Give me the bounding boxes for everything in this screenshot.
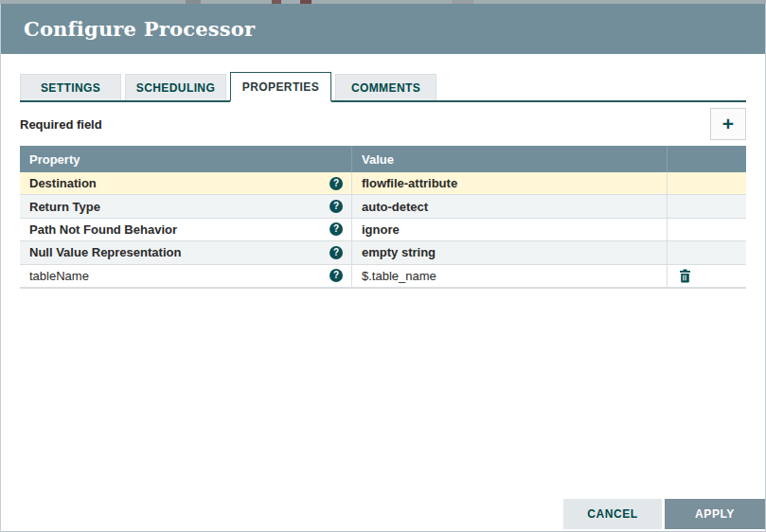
property-name: Null Value Representation [29, 245, 181, 259]
action-cell [667, 195, 746, 217]
property-value: $.table_name [362, 269, 436, 283]
properties-table-body: Destination ? flowfile-attribute Return … [20, 172, 746, 288]
column-header-actions [667, 146, 746, 172]
plus-icon: + [722, 113, 734, 134]
action-cell [667, 219, 746, 240]
property-value: flowfile-attribute [362, 176, 457, 190]
property-value: ignore [362, 222, 400, 237]
properties-table: Property Value Destination ? flowfile-at… [20, 146, 746, 289]
dialog-footer: CANCEL APPLY [563, 499, 765, 529]
required-field-legend: Required field [20, 117, 102, 132]
table-row[interactable]: tableName ? $.table_name [20, 265, 746, 288]
property-name: Return Type [29, 200, 100, 214]
help-icon[interactable]: ? [330, 222, 343, 236]
value-cell[interactable]: flowfile-attribute [351, 172, 667, 194]
property-value: auto-detect [362, 200, 428, 214]
apply-button[interactable]: APPLY [665, 499, 765, 529]
delete-property-button[interactable] [679, 269, 691, 283]
column-header-property: Property [20, 146, 351, 172]
help-icon[interactable]: ? [330, 269, 343, 282]
action-cell [667, 265, 746, 287]
action-cell [667, 241, 746, 263]
property-name: tableName [29, 269, 89, 283]
value-cell[interactable]: auto-detect [351, 195, 667, 217]
table-row[interactable]: Path Not Found Behavior ? ignore [20, 219, 746, 241]
value-cell[interactable]: ignore [351, 219, 667, 240]
tab-properties[interactable]: PROPERTIES [230, 72, 331, 102]
configure-processor-dialog: Configure Processor SETTINGS SCHEDULING … [0, 4, 766, 532]
dialog-title: Configure Processor [24, 17, 255, 41]
property-cell: Destination ? [20, 172, 351, 194]
trash-icon [679, 269, 691, 283]
help-icon[interactable]: ? [330, 246, 343, 259]
tab-label: SCHEDULING [136, 81, 215, 95]
property-cell: Null Value Representation ? [20, 241, 351, 263]
dialog-body: SETTINGS SCHEDULING PROPERTIES COMMENTS … [1, 72, 765, 289]
properties-toolbar: Required field + [20, 102, 746, 146]
action-cell [667, 172, 746, 194]
tab-scheduling[interactable]: SCHEDULING [125, 74, 226, 100]
table-row[interactable]: Return Type ? auto-detect [20, 195, 746, 218]
column-header-value: Value [351, 146, 667, 172]
help-icon[interactable]: ? [330, 177, 343, 190]
tab-label: PROPERTIES [242, 80, 319, 94]
tab-label: SETTINGS [41, 81, 100, 95]
dialog-header: Configure Processor [1, 4, 765, 54]
tab-bar: SETTINGS SCHEDULING PROPERTIES COMMENTS [20, 72, 746, 102]
help-icon[interactable]: ? [330, 200, 343, 213]
property-cell: Path Not Found Behavior ? [20, 219, 351, 240]
cancel-button[interactable]: CANCEL [563, 499, 662, 529]
property-name: Path Not Found Behavior [29, 222, 177, 237]
property-cell: tableName ? [20, 265, 351, 287]
property-name: Destination [29, 176, 97, 190]
add-property-button[interactable]: + [710, 108, 746, 140]
value-cell[interactable]: $.table_name [351, 265, 667, 287]
table-row[interactable]: Null Value Representation ? empty string [20, 241, 746, 264]
table-row[interactable]: Destination ? flowfile-attribute [20, 172, 746, 195]
property-cell: Return Type ? [20, 195, 351, 217]
property-value: empty string [362, 245, 436, 259]
tab-label: COMMENTS [351, 81, 420, 95]
tab-settings[interactable]: SETTINGS [20, 74, 121, 100]
value-cell[interactable]: empty string [351, 241, 667, 263]
properties-table-header: Property Value [20, 146, 746, 172]
tab-comments[interactable]: COMMENTS [335, 74, 436, 100]
